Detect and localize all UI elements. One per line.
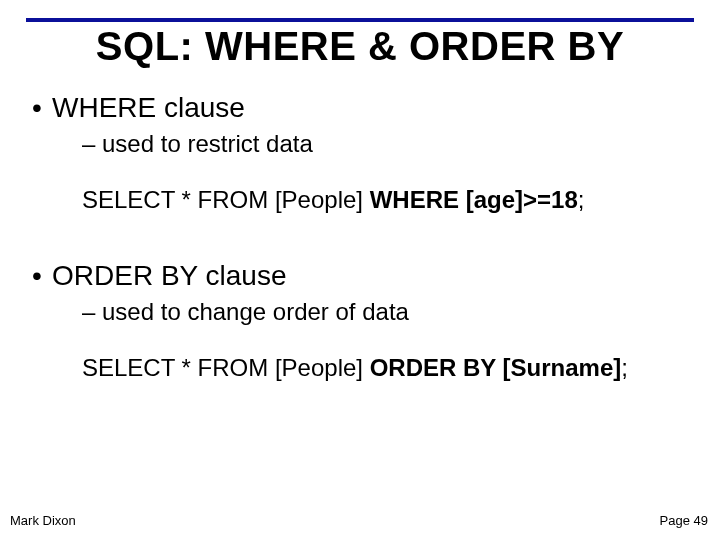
slide-body: •WHERE clause – used to restrict data SE…	[32, 92, 688, 418]
bullet-dot-icon: •	[32, 260, 52, 292]
subbullet-where: – used to restrict data	[82, 130, 688, 158]
code-where-bold: WHERE [age]>=18	[370, 186, 578, 213]
bullet-where-text: WHERE clause	[52, 92, 245, 123]
subbullet-orderby: – used to change order of data	[82, 298, 688, 326]
spacer	[32, 250, 688, 260]
code-orderby-plain: SELECT * FROM [People]	[82, 354, 370, 381]
code-orderby: SELECT * FROM [People] ORDER BY [Surname…	[82, 354, 688, 382]
code-orderby-bold: ORDER BY [Surname]	[370, 354, 622, 381]
bullet-dot-icon: •	[32, 92, 52, 124]
bullet-where: •WHERE clause	[32, 92, 688, 124]
code-orderby-tail: ;	[621, 354, 628, 381]
slide-title: SQL: WHERE & ORDER BY	[0, 24, 720, 69]
code-where: SELECT * FROM [People] WHERE [age]>=18;	[82, 186, 688, 214]
footer-author: Mark Dixon	[10, 513, 76, 528]
footer-page: Page 49	[660, 513, 708, 528]
code-where-plain: SELECT * FROM [People]	[82, 186, 370, 213]
code-where-tail: ;	[578, 186, 585, 213]
bullet-orderby-text: ORDER BY clause	[52, 260, 286, 291]
title-rule	[26, 18, 694, 22]
slide: SQL: WHERE & ORDER BY •WHERE clause – us…	[0, 0, 720, 540]
bullet-orderby: •ORDER BY clause	[32, 260, 688, 292]
